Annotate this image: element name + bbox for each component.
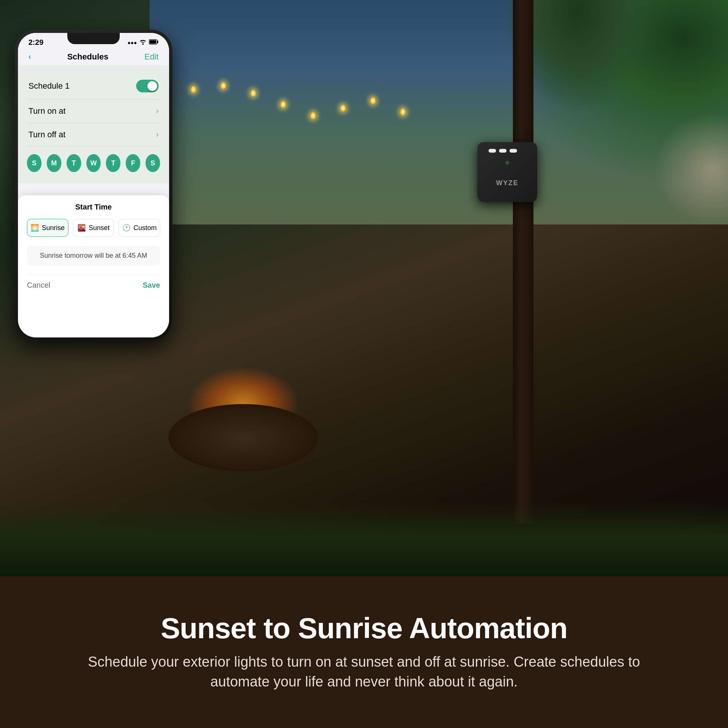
day-wednesday[interactable]: W: [86, 154, 101, 172]
sub-description: Schedule your exterior lights to turn on…: [65, 652, 663, 692]
sheet-title: Start Time: [27, 203, 160, 211]
led-3: [509, 149, 517, 153]
schedule-toggle[interactable]: [136, 80, 159, 92]
back-button[interactable]: ‹: [28, 52, 31, 62]
turn-on-label: Turn on at: [28, 106, 66, 116]
custom-icon: 🕐: [122, 224, 130, 232]
time-options: 🌅 Sunrise 🌇 Sunset 🕐 Custom: [27, 219, 160, 237]
status-icons: ●●●: [128, 39, 159, 46]
day-sunday[interactable]: S: [27, 154, 41, 172]
svg-rect-1: [157, 41, 158, 43]
nav-title: Schedules: [67, 52, 109, 62]
fire-pit: [150, 340, 337, 471]
signal-icon: ●●●: [128, 40, 137, 46]
day-selector: S M T W T F S: [27, 147, 160, 176]
nav-bar: ‹ Schedules Edit: [18, 49, 169, 66]
svg-rect-2: [150, 40, 156, 44]
led-1: [489, 149, 496, 153]
wifi-icon: [139, 39, 147, 46]
schedule-name: Schedule 1: [28, 81, 70, 91]
phone-screen: 2:29 ●●● ‹ Schedules Edit: [18, 33, 169, 338]
sunset-option[interactable]: 🌇 Sunset: [73, 219, 115, 237]
flowers-decor: [653, 112, 728, 225]
sunrise-icon: 🌅: [31, 224, 39, 232]
phone-mockup: 2:29 ●●● ‹ Schedules Edit: [15, 30, 172, 340]
grass-overlay: [0, 501, 728, 576]
day-thursday[interactable]: T: [106, 154, 121, 172]
start-time-sheet: Start Time 🌅 Sunrise 🌇 Sunset: [18, 195, 169, 338]
day-friday[interactable]: F: [126, 154, 140, 172]
sunrise-info: Sunrise tomorrow will be at 6:45 AM: [27, 246, 160, 266]
turn-off-chevron: ›: [156, 130, 159, 139]
toggle-knob: [147, 81, 157, 91]
custom-option[interactable]: 🕐 Custom: [119, 219, 160, 237]
wyze-logo: WYZE: [496, 179, 518, 187]
turn-off-row[interactable]: Turn off at ›: [27, 123, 160, 147]
sunrise-option[interactable]: 🌅 Sunrise: [27, 219, 69, 237]
photo-background: WYZE 2:29 ●●●: [0, 0, 728, 576]
pole: [513, 0, 534, 524]
edit-button[interactable]: Edit: [144, 52, 159, 62]
turn-on-chevron: ›: [156, 106, 159, 116]
status-time: 2:29: [28, 38, 43, 47]
fire-pit-base: [168, 404, 318, 471]
sunset-label: Sunset: [89, 224, 110, 232]
save-button[interactable]: Save: [142, 281, 160, 289]
day-monday[interactable]: M: [47, 154, 61, 172]
sunset-icon: 🌇: [78, 224, 86, 232]
schedule-row-1: Schedule 1: [27, 73, 160, 99]
main-headline: Sunset to Sunrise Automation: [161, 612, 567, 645]
custom-label: Custom: [133, 224, 157, 232]
sheet-actions: Cancel Save: [27, 275, 160, 289]
day-tuesday[interactable]: T: [67, 154, 81, 172]
bottom-text-section: Sunset to Sunrise Automation Schedule yo…: [0, 576, 728, 728]
day-saturday[interactable]: S: [145, 154, 160, 172]
wyze-status-dot: [505, 161, 509, 165]
sunrise-label: Sunrise: [42, 224, 65, 232]
turn-on-row[interactable]: Turn on at ›: [27, 99, 160, 123]
led-2: [499, 149, 506, 153]
cancel-button[interactable]: Cancel: [27, 281, 50, 289]
battery-icon: [149, 39, 159, 46]
turn-off-label: Turn off at: [28, 130, 66, 139]
phone-notch: [67, 33, 120, 44]
wyze-outdoor-plug: WYZE: [477, 142, 545, 217]
schedule-area: Schedule 1 Turn on at › Turn off at ›: [18, 66, 169, 183]
phone-body: 2:29 ●●● ‹ Schedules Edit: [15, 30, 172, 340]
